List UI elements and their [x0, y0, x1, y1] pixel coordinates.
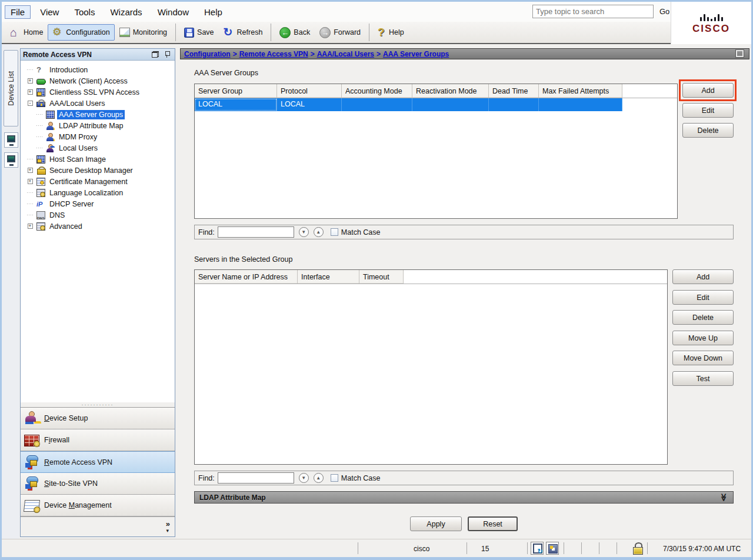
column-header-max-failed-attempts[interactable]: Max Failed Attempts — [539, 84, 622, 98]
tree-item-aaa-local-users[interactable]: -AAA/Local Users — [21, 98, 175, 109]
menu-item-window[interactable]: Window — [152, 5, 195, 19]
column-header-server-group[interactable]: Server Group — [195, 84, 277, 98]
device-list-tab[interactable]: Device List — [4, 50, 18, 126]
tree-expander[interactable]: + — [25, 168, 35, 173]
breadcrumb-link-remote-access-vpn[interactable]: Remote Access VPN — [239, 50, 308, 58]
nav-item-device-setup[interactable]: Device Setup — [21, 408, 175, 429]
tree-item-secure-desktop-manager[interactable]: +Secure Desktop Manager — [21, 165, 175, 176]
menu-item-view[interactable]: View — [34, 5, 65, 19]
forward-button[interactable]: Forward — [315, 24, 365, 41]
breadcrumb-link-configuration[interactable]: Configuration — [184, 50, 231, 58]
delete-button[interactable]: Delete — [682, 123, 734, 138]
tree-item-aaa-server-groups[interactable]: AAA Server Groups — [21, 109, 175, 120]
breadcrumb-link-aaa-server-groups[interactable]: AAA Server Groups — [383, 50, 449, 58]
nav-item-firewall[interactable]: Firewall — [21, 429, 175, 451]
nav-item-site-to-site-vpn[interactable]: Site-to-Site VPN — [21, 473, 175, 495]
table-row[interactable]: LOCALLOCAL — [195, 98, 677, 111]
column-header-interface[interactable]: Interface — [298, 270, 359, 284]
back-button[interactable]: Back — [275, 24, 315, 41]
column-header-server-name-or-ip-address[interactable]: Server Name or IP Address — [195, 270, 298, 284]
edit-button[interactable]: Edit — [682, 103, 734, 118]
tree-connector — [35, 114, 44, 115]
expander-plus-icon[interactable]: + — [28, 89, 33, 95]
ldap-attribute-map-bar[interactable]: LDAP Attribute Map ≫ — [194, 491, 734, 504]
monitoring-button[interactable]: Monitoring — [115, 25, 172, 40]
tree-item-introduction[interactable]: Introduction — [21, 64, 175, 75]
tree-item-host-scan-image[interactable]: Host Scan Image — [21, 154, 175, 165]
help-button[interactable]: Help — [373, 24, 409, 41]
test-button[interactable]: Test — [672, 371, 734, 386]
nav-item-device-management[interactable]: Device Management — [21, 495, 175, 516]
tree-connector — [25, 69, 35, 70]
expander-plus-icon[interactable]: + — [28, 179, 33, 184]
find-input[interactable] — [218, 226, 294, 238]
tree-expander[interactable]: + — [25, 224, 35, 229]
tree-dotline — [27, 204, 33, 204]
refresh-button[interactable]: Refresh — [219, 24, 268, 41]
float-panel-icon[interactable] — [152, 51, 159, 58]
tree-expander[interactable]: + — [25, 89, 35, 95]
find-previous-icon[interactable]: ▲ — [314, 227, 324, 237]
expander-plus-icon[interactable]: + — [28, 78, 33, 84]
panel-splitter[interactable]: ··········· — [21, 402, 175, 407]
breadcrumb-link-aaa-local-users[interactable]: AAA/Local Users — [317, 50, 374, 58]
pin-panel-icon[interactable] — [165, 51, 170, 58]
expander-minus-icon[interactable]: - — [28, 101, 33, 106]
tree-expander[interactable]: + — [25, 179, 35, 184]
tree-expander[interactable]: - — [25, 101, 35, 106]
column-header-reactivation-mode[interactable]: Reactivation Mode — [412, 84, 489, 98]
apply-button[interactable]: Apply — [410, 516, 462, 531]
nav-overflow-chevron-icon[interactable]: » — [166, 519, 170, 528]
tree-item-language-localization[interactable]: Language Localization — [21, 187, 175, 198]
menu-item-help[interactable]: Help — [198, 5, 228, 19]
expand-section-chevron-icon[interactable]: ≫ — [720, 494, 729, 502]
search-input[interactable] — [532, 5, 654, 18]
tree-expander[interactable]: + — [25, 78, 35, 84]
move-down-button[interactable]: Move Down — [672, 351, 734, 365]
find-input[interactable] — [218, 472, 294, 484]
match-case-checkbox[interactable] — [331, 474, 338, 482]
menu-item-file[interactable]: File — [5, 5, 31, 19]
nav-overflow-caret-icon[interactable]: ▾ — [166, 528, 169, 534]
tree-item-advanced[interactable]: +Advanced — [21, 221, 175, 232]
go-button[interactable]: Go — [659, 7, 669, 16]
tree-item-label: Host Scan Image — [48, 155, 108, 164]
column-header-protocol[interactable]: Protocol — [277, 84, 342, 98]
tree-item-dhcp-server[interactable]: DHCP Server — [21, 198, 175, 209]
column-header-timeout[interactable]: Timeout — [359, 270, 404, 284]
find-next-icon[interactable]: ▼ — [299, 473, 309, 483]
nav-item-remote-access-vpn[interactable]: Remote Access VPN — [21, 451, 175, 473]
menu-item-tools[interactable]: Tools — [68, 5, 101, 19]
match-case-checkbox[interactable] — [331, 228, 338, 236]
add-button[interactable]: Add — [672, 269, 734, 284]
device-status-icon — [531, 542, 544, 555]
tree-item-dns[interactable]: DNS — [21, 209, 175, 221]
configuration-button[interactable]: Configuration — [48, 24, 114, 41]
device-monitor-icon[interactable] — [4, 152, 18, 168]
tree-item-certificate-management[interactable]: +Certificate Management — [21, 176, 175, 187]
column-header-dead-time[interactable]: Dead Time — [489, 84, 539, 98]
tree-item-local-users[interactable]: Local Users — [21, 142, 175, 154]
move-up-button[interactable]: Move Up — [672, 331, 734, 345]
delete-button[interactable]: Delete — [672, 310, 734, 325]
save-button[interactable]: Save — [179, 25, 219, 41]
tree-item-label: LDAP Attribute Map — [57, 121, 125, 131]
add-button[interactable]: Add — [682, 83, 734, 98]
firewall-icon — [24, 435, 39, 446]
home-button[interactable]: Home — [5, 24, 48, 41]
reset-button[interactable]: Reset — [468, 516, 518, 531]
edit-button[interactable]: Edit — [672, 290, 734, 305]
find-next-icon[interactable]: ▼ — [299, 227, 309, 237]
tree-item-clientless-ssl-vpn-access[interactable]: +Clientless SSL VPN Access — [21, 86, 175, 98]
column-header-accounting-mode[interactable]: Accounting Mode — [342, 84, 412, 98]
device-monitor-icon[interactable] — [4, 132, 18, 148]
expander-plus-icon[interactable]: + — [28, 168, 33, 173]
expander-plus-icon[interactable]: + — [28, 224, 33, 229]
tree-item-mdm-proxy[interactable]: MDM Proxy — [21, 131, 175, 142]
maximize-pane-icon[interactable] — [736, 50, 744, 57]
find-previous-icon[interactable]: ▲ — [314, 473, 324, 483]
tree-item-network-client-access[interactable]: +Network (Client) Access — [21, 75, 175, 86]
back-icon — [279, 27, 291, 38]
tree-item-ldap-attribute-map[interactable]: LDAP Attribute Map — [21, 120, 175, 131]
menu-item-wizards[interactable]: Wizards — [104, 5, 148, 19]
